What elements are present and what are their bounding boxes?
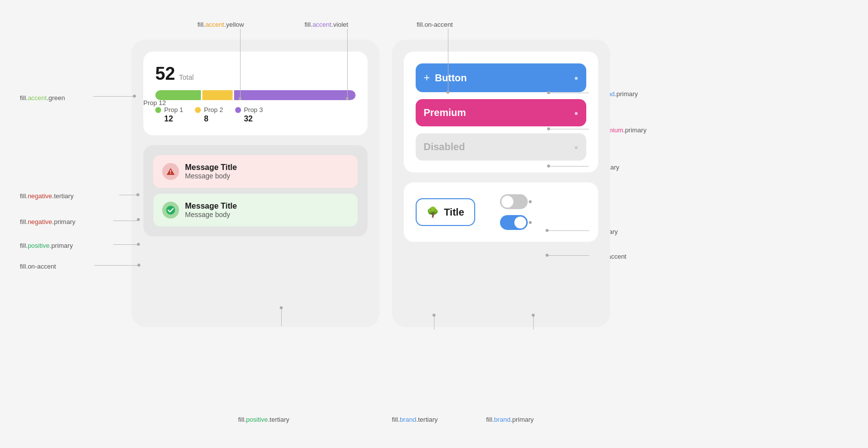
dot-brand-primary2 [532, 314, 535, 317]
bottom-right-card: 🌳 Title [404, 182, 598, 242]
buttons-card: + Button ● Premium ● Disabled ● [404, 52, 598, 172]
title-chip-emoji: 🌳 [427, 206, 439, 218]
annotation-fill-on-accent-bottom: fill.on-accent [20, 263, 56, 270]
prop3-label: Prop 3 [244, 106, 263, 113]
alert-negative-body: Message body [185, 172, 237, 180]
connector-on-accent-top [448, 29, 448, 91]
connector-accent-yellow [240, 29, 241, 98]
prop2-label: Prop 2 [204, 106, 223, 113]
premium-button-dot: ● [574, 109, 578, 117]
dot-on-accent-right [546, 254, 549, 257]
toggle-off-dot [529, 200, 532, 203]
primary-button-label: Button [435, 72, 467, 84]
bar-yellow [202, 90, 233, 100]
title-chip-label: Title [444, 207, 464, 218]
connector-positive-primary [113, 244, 138, 245]
title-chip[interactable]: 🌳 Title [416, 198, 475, 226]
annotation-fill-negative-tertiary: fill.negative.tertiary [20, 192, 73, 200]
prop1-value: 12 [155, 114, 183, 123]
connector-premium-primary [548, 129, 589, 129]
toggle-on-dot [529, 221, 532, 224]
connector-accent-violet [347, 29, 348, 98]
legend-item-prop2: Prop 2 8 [195, 106, 223, 123]
bar-green [155, 90, 201, 100]
toggle-group [500, 194, 528, 230]
dot-positive-primary [137, 243, 140, 246]
left-outer-card: 52 Total Prop 1 12 [131, 40, 379, 327]
alert-negative: ! Message Title Message body [153, 155, 358, 188]
connector-negative-primary [113, 221, 138, 221]
annotation-fill-positive-tertiary: fill.positive.tertiary [238, 416, 289, 423]
prop2-value: 8 [195, 114, 223, 123]
connector-positive-tertiary [281, 307, 282, 326]
disabled-button: Disabled ● [416, 133, 586, 161]
dot-accent-green [133, 95, 136, 98]
disabled-button-dot: ● [574, 143, 578, 151]
annotation-fill-accent-green: fill.accent.green [20, 94, 65, 102]
check-icon [166, 206, 175, 215]
premium-button[interactable]: Premium ● [416, 99, 586, 126]
bar-purple [234, 90, 356, 100]
chart-total-number: 52 [155, 63, 175, 84]
annotation-fill-positive-primary: fill.positive.primary [20, 242, 73, 249]
prop3-value: 32 [235, 114, 263, 123]
chart-total-label: Total [179, 73, 194, 81]
annotation-fill-accent-yellow: fill.accent.yellow [197, 21, 244, 28]
annotation-fill-brand-primary2: fill.brand.primary [486, 416, 534, 423]
alert-negative-title: Message Title [185, 163, 237, 172]
disabled-button-label: Disabled [424, 141, 465, 153]
annotation-fill-on-accent-top: fill.on-accent [417, 21, 453, 28]
toggle-on[interactable] [500, 215, 528, 230]
dot-positive-tertiary [280, 306, 283, 309]
right-outer-card: + Button ● Premium ● Disabled ● 🌳 Title [392, 40, 610, 327]
connector-brand-primary [548, 93, 589, 93]
legend-dot-purple [235, 107, 241, 113]
connector-on-accent-bottom [94, 265, 138, 266]
svg-text:!: ! [170, 169, 171, 175]
connector-brand-primary2 [533, 315, 534, 330]
primary-button[interactable]: + Button ● [416, 63, 586, 92]
dot-brand-tertiary [433, 314, 435, 317]
alert-positive: Message Title Message body [153, 194, 358, 226]
alert-positive-icon [162, 202, 179, 219]
annotation-fill-brand-tertiary: fill.brand.tertiary [392, 416, 437, 423]
alert-positive-title: Message Title [185, 202, 237, 211]
dot-accent-yellow [239, 97, 242, 100]
dot-negative-tertiary [136, 193, 139, 196]
annotation-fill-accent-violet: fill.accent.violet [305, 21, 348, 28]
svg-point-2 [166, 206, 175, 215]
dot-premium-primary [547, 127, 550, 130]
alert-positive-content: Message Title Message body [185, 202, 237, 219]
connector-tertiary [546, 230, 589, 231]
premium-button-label: Premium [424, 107, 466, 118]
warning-icon: ! [166, 167, 175, 176]
plus-icon: + [424, 71, 430, 84]
legend-dot-green [155, 107, 161, 113]
primary-button-dot: ● [574, 74, 578, 82]
legend-dot-yellow [195, 107, 201, 113]
legend-item-prop1: Prop 1 12 [155, 106, 183, 123]
toggle-knob-on [514, 217, 526, 228]
bar-chart [155, 90, 356, 100]
connector-quinary [548, 166, 589, 167]
alert-negative-icon: ! [162, 163, 179, 180]
dot-on-accent-bottom [137, 264, 140, 267]
chart-legend: Prop 1 12 Prop 2 8 Prop 3 32 [155, 106, 356, 123]
legend-item-prop3: Prop 3 32 [235, 106, 263, 123]
toggle-off[interactable] [500, 194, 528, 209]
prop12-label: Prop 12 [143, 99, 166, 107]
dot-quinary [547, 165, 550, 168]
alert-positive-body: Message body [185, 211, 237, 219]
dot-tertiary [546, 229, 549, 232]
toggle-knob-off [501, 196, 513, 208]
annotation-fill-negative-primary: fill.negative.primary [20, 218, 75, 225]
dot-accent-violet [346, 97, 349, 100]
connector-brand-tertiary [434, 315, 434, 330]
connector-accent-green [93, 96, 134, 97]
alert-negative-content: Message Title Message body [185, 163, 237, 180]
prop1-label: Prop 1 [164, 106, 183, 113]
dot-negative-primary [137, 218, 140, 221]
connector-on-accent-right [546, 255, 589, 256]
connector-negative-tertiary [119, 195, 137, 195]
dot-on-accent-top [446, 91, 449, 94]
